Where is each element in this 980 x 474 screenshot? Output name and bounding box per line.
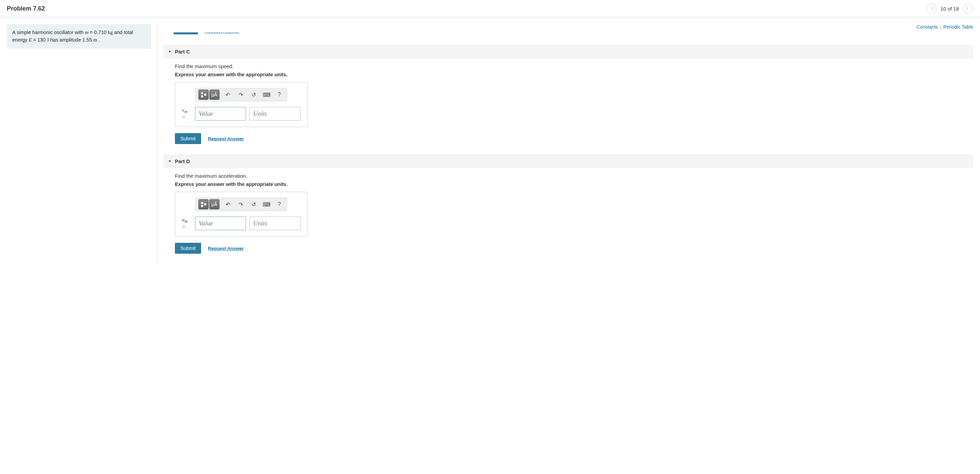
units-input[interactable]	[250, 217, 301, 230]
fraction-template-button[interactable]	[198, 89, 208, 100]
unit-kg: kg	[108, 30, 113, 35]
keyboard-icon: ⌨	[263, 92, 270, 98]
keyboard-button[interactable]: ⌨	[262, 199, 271, 209]
answer-label: am =	[182, 217, 192, 230]
nav-group: 〈 10 of 18 〉	[926, 3, 973, 14]
instruction: Express your answer with the appropriate…	[175, 182, 970, 187]
text: has amplitude 1.55	[49, 37, 94, 43]
redo-button[interactable]: ↷	[236, 199, 245, 209]
part-header[interactable]: ▼ Part C	[163, 45, 973, 59]
reset-icon: ↺	[251, 92, 256, 98]
request-answer-link-clipped[interactable]: Request Answer	[205, 32, 239, 34]
undo-button[interactable]: ↶	[223, 199, 232, 209]
nav-counter: 10 of 18	[940, 6, 959, 11]
prompt: Find the maximum acceleration.	[175, 173, 970, 179]
text: = 130	[32, 37, 47, 43]
request-answer-link[interactable]: Request Answer	[208, 246, 243, 251]
answer-box: μÅ ↶ ↷ ↺ ⌨ ? vm =	[175, 82, 308, 127]
submit-button-clipped[interactable]: Submit	[173, 32, 198, 34]
text: A simple harmonic oscillator with	[12, 30, 85, 35]
prev-button[interactable]: 〈	[926, 3, 937, 14]
fraction-template-button[interactable]	[198, 199, 208, 209]
instruction: Express your answer with the appropriate…	[175, 72, 970, 77]
redo-button[interactable]: ↷	[236, 90, 245, 99]
toolbar: μÅ ↶ ↷ ↺ ⌨ ?	[195, 88, 287, 102]
clipped-prior-part: Submit Request Answer	[173, 32, 973, 38]
request-answer-link[interactable]: Request Answer	[208, 136, 243, 141]
undo-icon: ↶	[226, 92, 230, 98]
undo-button[interactable]: ↶	[223, 90, 232, 99]
chevron-left-icon: 〈	[929, 5, 934, 11]
reset-button[interactable]: ↺	[249, 90, 258, 99]
constants-link[interactable]: Constants	[917, 24, 938, 30]
reset-button[interactable]: ↺	[249, 199, 258, 209]
top-links: Constants | Periodic Table	[163, 24, 973, 30]
submit-row: Submit Request Answer	[175, 243, 970, 254]
part-c: ▼ Part C Find the maximum speed. Express…	[163, 45, 973, 144]
part-body: Find the maximum speed. Express your ans…	[163, 59, 973, 144]
units-input[interactable]	[250, 107, 301, 121]
page-header: Problem 7.62 〈 10 of 18 〉	[0, 0, 980, 18]
text: .	[97, 37, 100, 43]
main-layout: A simple harmonic oscillator with m = 0.…	[0, 18, 980, 264]
periodic-table-link[interactable]: Periodic Table	[943, 24, 973, 30]
unit-m: m	[93, 37, 97, 43]
value-input[interactable]	[195, 107, 246, 121]
text: = 0.710	[89, 30, 108, 35]
part-title: Part C	[175, 49, 190, 54]
part-body: Find the maximum acceleration. Express y…	[163, 168, 973, 254]
part-title: Part D	[175, 158, 190, 164]
problem-title: Problem 7.62	[7, 5, 45, 12]
chevron-right-icon: 〉	[966, 5, 970, 11]
answer-row: am =	[182, 217, 301, 230]
help-button[interactable]: ?	[275, 199, 284, 209]
units-symbol-button[interactable]: μÅ	[209, 89, 220, 100]
right-column: Constants | Periodic Table Submit Reques…	[156, 24, 980, 264]
template-group: μÅ	[198, 199, 220, 209]
collapse-icon: ▼	[168, 160, 172, 163]
submit-row: Submit Request Answer	[175, 133, 970, 144]
answer-box: μÅ ↶ ↷ ↺ ⌨ ? am =	[175, 192, 308, 237]
value-input[interactable]	[195, 217, 246, 230]
units-symbol-button[interactable]: μÅ	[209, 199, 220, 209]
prompt: Find the maximum speed.	[175, 63, 970, 69]
keyboard-button[interactable]: ⌨	[262, 90, 271, 99]
next-button[interactable]: 〉	[963, 3, 973, 14]
problem-statement: A simple harmonic oscillator with m = 0.…	[7, 24, 151, 49]
keyboard-icon: ⌨	[263, 201, 270, 208]
part-header[interactable]: ▼ Part D	[163, 154, 973, 168]
redo-icon: ↷	[239, 92, 243, 98]
submit-button[interactable]: Submit	[175, 243, 201, 254]
answer-label: vm =	[182, 107, 192, 120]
toolbar: μÅ ↶ ↷ ↺ ⌨ ?	[195, 198, 287, 211]
undo-icon: ↶	[226, 201, 230, 208]
separator: |	[940, 24, 942, 30]
reset-icon: ↺	[251, 201, 256, 208]
left-column: A simple harmonic oscillator with m = 0.…	[0, 24, 156, 264]
help-button[interactable]: ?	[275, 90, 284, 99]
collapse-icon: ▼	[168, 50, 172, 53]
var-e: E	[29, 37, 32, 43]
redo-icon: ↷	[239, 201, 243, 208]
var-m: m	[85, 30, 89, 35]
template-group: μÅ	[198, 89, 220, 100]
answer-row: vm =	[182, 107, 301, 121]
submit-button[interactable]: Submit	[175, 133, 201, 144]
part-d: ▼ Part D Find the maximum acceleration. …	[163, 154, 973, 254]
